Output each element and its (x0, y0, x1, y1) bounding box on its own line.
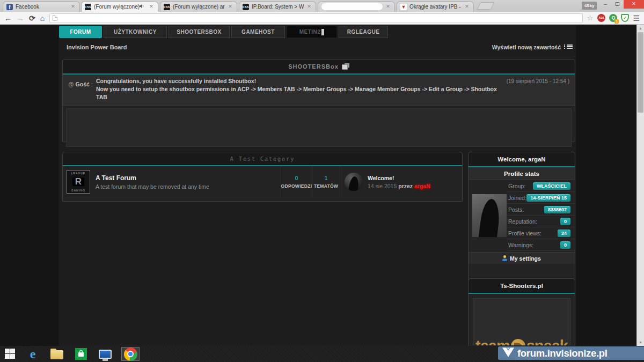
list-view-icon[interactable] (564, 44, 573, 50)
author-name[interactable]: Gość (76, 81, 90, 87)
taskbar-file-explorer[interactable] (48, 347, 66, 361)
shoutbox-header[interactable]: SHOOTERSBox (63, 60, 575, 75)
nav-tab-rgleague[interactable]: RGLEAGUE (339, 26, 388, 38)
monitor-icon (99, 350, 112, 359)
profile-avatar[interactable] (472, 194, 507, 237)
taskbar-internet-explorer[interactable]: e (24, 347, 42, 361)
nav-tab-metin2[interactable]: METIN2 (287, 26, 337, 38)
stat-label: Group: (508, 183, 525, 189)
extension-badge: 1 (614, 19, 619, 24)
stat-row-posts: Posts: 8388607 (507, 204, 575, 216)
tab-title: (Forum wyłączone) Invi (94, 4, 140, 10)
shoutbox-title: SHOOTERSBox (288, 63, 339, 70)
profile-stats-header: Profile stats (469, 167, 575, 180)
last-post-date: 14 sie 2015 (368, 183, 397, 189)
audio-playing-icon[interactable] (140, 4, 144, 10)
welcome-title: Welcome, argaN (497, 156, 545, 162)
replies-label: ODPOWIEDZI (281, 183, 312, 189)
tab-forum-argan[interactable]: CSS (Forum wyłączone) argaN ✕ (160, 1, 237, 12)
last-post-avatar[interactable] (345, 173, 363, 191)
nav-tab-forum[interactable]: FORUM (59, 26, 102, 38)
person-icon (502, 255, 507, 261)
tab-facebook[interactable]: f Facebook ✕ (3, 1, 80, 12)
shout-list-area[interactable] (66, 108, 572, 147)
taskbar-chrome-active[interactable] (121, 347, 140, 361)
tab-title: Facebook (16, 4, 68, 10)
stat-row-profile-views: Profile views: 24 (507, 227, 575, 239)
tab-close-icon[interactable]: ✕ (70, 4, 76, 10)
separator: : (91, 81, 93, 87)
window-minimize-button[interactable]: – (600, 0, 611, 9)
tab-close-icon[interactable]: ✕ (464, 4, 470, 10)
topics-cell: 1 TEMATÓW (312, 166, 340, 197)
tab-okragle-avatary[interactable]: ▼ Okrągłe avatary IPB - Ogó ✕ (397, 1, 474, 12)
scroll-up-icon[interactable]: ▲ (637, 25, 644, 32)
forum-name-link[interactable]: A Test Forum (96, 174, 209, 182)
page-scrollbar[interactable]: ▲ ▼ (636, 25, 644, 346)
category-header[interactable]: A Test Category (63, 152, 462, 166)
forum-main-cell: LEAGUE R GAMING A Test Forum A test foru… (63, 166, 281, 197)
shield-extension-icon[interactable]: ✓ (621, 14, 629, 22)
windows-logo-icon (5, 349, 16, 359)
css-favicon: CSS (164, 4, 170, 10)
tab-title: (Forum wyłączone) argaN (173, 4, 225, 10)
invisionize-logo-icon (502, 348, 514, 359)
tab-ipboard-system[interactable]: CSS IP.Board: System > Wygla ✕ (239, 1, 316, 12)
q-extension-icon[interactable]: Q1 (609, 14, 617, 22)
maximize-icon (616, 2, 619, 6)
window-close-button[interactable]: ✕ (624, 0, 644, 9)
at-icon: @ (68, 81, 74, 87)
folder-icon (50, 350, 63, 359)
scroll-down-icon[interactable]: ▼ (637, 339, 644, 346)
tab-close-icon[interactable]: ✕ (306, 4, 312, 10)
home-icon[interactable]: ⌂ (40, 13, 45, 24)
adblock-extension-icon[interactable]: ABS (597, 14, 605, 22)
last-post-author-link[interactable]: argaN (414, 183, 430, 189)
forum-nav: FORUM UŻYTKOWNICY SHOOTERSBOX GAMEHOST M… (59, 26, 390, 38)
shout-author: @ Gość : (68, 77, 96, 101)
last-post-title-link[interactable]: Welcome! (368, 175, 430, 181)
forum-row[interactable]: LEAGUE R GAMING A Test Forum A test foru… (63, 166, 462, 197)
back-icon[interactable]: ← (4, 13, 12, 24)
forum-description: A test forum that may be removed at any … (96, 183, 209, 190)
stat-row-reputation: Reputation: 0 (507, 216, 575, 227)
teamspeak-widget[interactable]: teamspeak (473, 298, 570, 345)
nav-tab-gamehost[interactable]: GAMEHOST (231, 26, 285, 38)
breadcrumb[interactable]: Invision Power Board (67, 44, 127, 50)
scrollbar-thumb[interactable] (638, 32, 643, 113)
my-settings-link[interactable]: My settings (469, 252, 575, 264)
taskbar-lenovo-app[interactable] (96, 347, 114, 361)
my-settings-label: My settings (510, 255, 541, 262)
stat-label: Joined: (508, 195, 526, 201)
layers-icon[interactable] (342, 63, 349, 70)
new-tab-button[interactable] (477, 2, 495, 10)
tab-close-icon[interactable]: ✕ (227, 4, 233, 10)
stat-label: Reputation: (508, 218, 537, 225)
stat-value-badge: 8388607 (544, 206, 570, 213)
tab-close-icon[interactable]: ✕ (148, 4, 155, 10)
address-bar[interactable] (49, 13, 583, 23)
nav-tab-uzytkownicy[interactable]: UŻYTKOWNICY (104, 26, 167, 38)
nav-tab-shootersbox[interactable]: SHOOTERSBOX (169, 26, 230, 38)
stat-row-warnings: Warnings: 0 (507, 239, 575, 251)
tab-blank[interactable]: ✕ (318, 1, 395, 12)
start-button[interactable] (1, 347, 19, 361)
page-doc-icon[interactable] (53, 15, 57, 21)
bookmark-star-icon[interactable]: ☆ (587, 14, 594, 22)
stat-row-joined: Joined: 14-SIERPIEŃ 15 (507, 192, 575, 204)
teamspeak-word-left: team (475, 337, 510, 345)
window-maximize-button[interactable] (612, 0, 623, 9)
teamspeak-body: teamspeak (469, 294, 575, 345)
tab-forum-invision[interactable]: CSS (Forum wyłączone) Invi ✕ (81, 1, 158, 12)
last-post-cell: Welcome! 14 sie 2015 przez argaN (340, 166, 462, 197)
icon-text-top: LEAGUE (71, 172, 85, 175)
category-title: A Test Category (230, 156, 295, 162)
browser-menu-icon[interactable]: ☰ (633, 14, 640, 23)
teamspeak-leaf-icon (511, 339, 525, 345)
forward-icon[interactable]: → (17, 13, 24, 24)
reload-icon[interactable]: ⟳ (29, 13, 35, 24)
taskbar-windows-store[interactable] (72, 347, 90, 361)
browser-profile-chip[interactable]: 4Sky (582, 2, 597, 10)
tab-close-icon[interactable]: ✕ (385, 4, 391, 10)
view-new-content-link[interactable]: Wyświetl nową zawartość (492, 44, 561, 50)
